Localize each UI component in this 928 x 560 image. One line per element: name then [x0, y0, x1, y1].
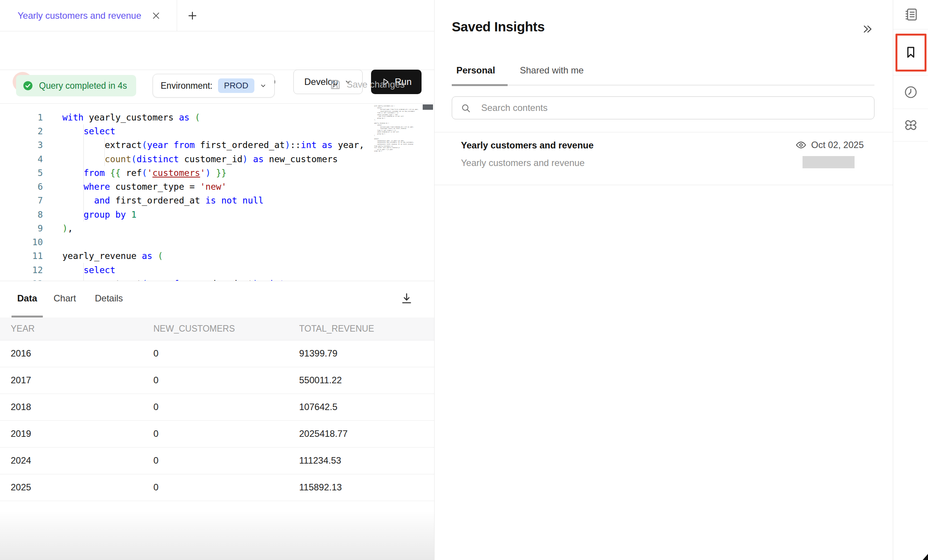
- saved-insights-panel: Saved Insights Personal Shared with me Y…: [435, 0, 893, 560]
- journal-icon: [903, 7, 918, 22]
- tab-yearly-customers-and-revenue[interactable]: Yearly customers and revenue: [0, 0, 177, 31]
- tab-shared-with-me[interactable]: Shared with me: [520, 65, 584, 76]
- table-cell: 2025418.77: [299, 428, 348, 439]
- insight-item-date: Oct 02, 2025: [811, 140, 864, 150]
- bottom-fade: [0, 510, 434, 560]
- table-row: 20180107642.5: [0, 394, 434, 421]
- table-cell: 2019: [11, 428, 31, 439]
- sidebar-item-journal[interactable]: [893, 0, 928, 29]
- check-circle-icon: [22, 80, 34, 91]
- compass-x-icon: [903, 117, 919, 133]
- sidebar-item-integrations[interactable]: [893, 109, 928, 142]
- sidebar-item-saved-insights[interactable]: [893, 29, 928, 75]
- column-header-new-customers: NEW_CUSTOMERS: [153, 324, 235, 334]
- status-row: Query completed in 4s Environment: PROD …: [0, 70, 434, 103]
- insight-list-item[interactable]: Yearly customers and revenue Oct 02, 202…: [435, 132, 893, 185]
- table-row: 201902025418.77: [0, 421, 434, 448]
- code-line: [62, 235, 364, 249]
- download-icon[interactable]: [399, 290, 415, 306]
- search-box: [452, 96, 874, 119]
- tab-track: [452, 85, 874, 86]
- table-cell: 2016: [11, 348, 31, 359]
- table-cell: 115892.13: [299, 482, 342, 493]
- line-number-gutter: 12345678910111213: [0, 111, 43, 281]
- results-table-body: 2016091399.7920170550011.2220180107642.5…: [0, 340, 434, 501]
- environment-value-badge: PROD: [218, 78, 255, 93]
- insight-item-title: Yearly customers and revenue: [461, 140, 594, 151]
- save-icon: [329, 78, 341, 91]
- eye-icon: [795, 139, 807, 151]
- query-status-pill: Query completed in 4s: [16, 75, 136, 96]
- table-row: 20250115892.13: [0, 474, 434, 501]
- clock-icon: [903, 85, 918, 100]
- editor-scrollbar-handle[interactable]: [423, 104, 433, 110]
- code-line: from {{ ref('customers') }}: [62, 166, 364, 180]
- sql-editor[interactable]: 12345678910111213 with yearly_customers …: [0, 103, 434, 281]
- code-line: group by 1: [62, 208, 364, 221]
- table-cell: 0: [153, 348, 158, 359]
- insight-item-subtitle: Yearly customers and revenue: [461, 158, 584, 168]
- sidebar-item-history[interactable]: [893, 75, 928, 109]
- table-row: 20240111234.53: [0, 448, 434, 474]
- results-tabbar: Data Chart Details: [0, 281, 434, 317]
- table-cell: 2024: [11, 455, 31, 466]
- active-tab-underline: [452, 84, 508, 86]
- code-line: ),: [62, 221, 364, 235]
- tab-title: Yearly customers and revenue: [18, 10, 141, 21]
- app-window: Yearly customers and revenue BL Your sav…: [0, 0, 928, 560]
- code-line: where customer_type = 'new': [62, 180, 364, 194]
- cursor-artifact: [923, 554, 928, 560]
- table-row: 2016091399.79: [0, 340, 434, 367]
- tab-personal[interactable]: Personal: [456, 65, 495, 76]
- query-panel: Yearly customers and revenue BL Your sav…: [0, 0, 435, 560]
- table-cell: 0: [153, 402, 158, 412]
- tab-chart[interactable]: Chart: [54, 293, 76, 304]
- new-tab-button[interactable]: [184, 8, 200, 24]
- code-line: extract(year from first_ordered_at)::int…: [62, 138, 364, 152]
- code-line: select: [62, 124, 364, 138]
- code-line: with yearly_customers as (: [62, 111, 364, 124]
- code-line: count(distinct customer_id) as new_custo…: [62, 152, 364, 166]
- search-input[interactable]: [481, 97, 864, 119]
- right-icon-sidebar: [893, 0, 928, 560]
- tab-data[interactable]: Data: [17, 293, 37, 304]
- table-cell: 2025: [11, 482, 31, 493]
- column-header-year: YEAR: [11, 324, 35, 334]
- table-cell: 0: [153, 375, 158, 386]
- table-cell: 2017: [11, 375, 31, 386]
- close-tab-icon[interactable]: [151, 11, 161, 21]
- code-lines: with yearly_customers as ( select extrac…: [62, 111, 364, 281]
- loading-skeleton: [803, 156, 855, 168]
- collapse-panel-icon[interactable]: [860, 21, 875, 37]
- query-status-text: Query completed in 4s: [39, 81, 127, 91]
- table-cell: 0: [153, 455, 158, 466]
- editor-minimap[interactable]: with yearly_customers as ( select extrac…: [374, 105, 421, 152]
- table-cell: 91399.79: [299, 348, 337, 359]
- insight-toolbar: BL Your saved insight Develop Run: [0, 31, 434, 70]
- table-cell: 550011.22: [299, 375, 342, 386]
- results-table-header: YEAR NEW_CUSTOMERS TOTAL_REVENUE: [0, 317, 434, 340]
- save-changes-label: Save changes: [347, 79, 405, 90]
- code-line: yearly_revenue as (: [62, 249, 364, 263]
- environment-label: Environment:: [161, 81, 213, 91]
- editor-tabbar: Yearly customers and revenue: [0, 0, 434, 31]
- table-cell: 111234.53: [299, 455, 341, 466]
- tab-details[interactable]: Details: [95, 293, 123, 304]
- table-cell: 0: [153, 428, 158, 439]
- insight-item-meta: Oct 02, 2025: [795, 139, 864, 151]
- table-cell: 0: [153, 482, 158, 493]
- chevron-down-icon: [260, 82, 267, 89]
- divider: [435, 185, 893, 185]
- table-cell: 2018: [11, 402, 31, 412]
- save-changes-button[interactable]: Save changes: [329, 78, 405, 91]
- table-row: 20170550011.22: [0, 367, 434, 394]
- table-cell: 107642.5: [299, 402, 337, 412]
- selected-highlight-outline: [895, 34, 926, 72]
- code-line: and first_ordered_at is not null: [62, 194, 364, 207]
- code-line: extract(year from ordered_at)::int as ye…: [62, 277, 364, 281]
- panel-title: Saved Insights: [452, 19, 545, 34]
- column-header-total-revenue: TOTAL_REVENUE: [299, 324, 374, 334]
- search-icon: [461, 103, 471, 114]
- code-line: select: [62, 263, 364, 277]
- environment-selector[interactable]: Environment: PROD: [153, 74, 275, 98]
